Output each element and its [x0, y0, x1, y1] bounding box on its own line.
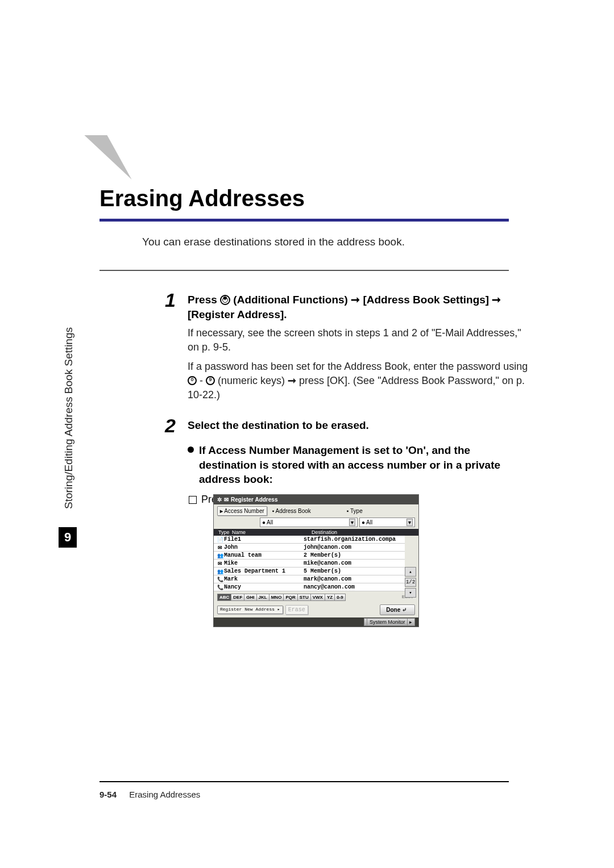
step-1: 1 Press (Additional Functions) ➞ [Addres…: [165, 293, 529, 402]
address-list[interactable]: 📄File1starfish.organization.compa✉Johnjo…: [214, 536, 405, 591]
chevron-down-icon: ▾: [349, 519, 355, 526]
address-row[interactable]: 📄File1starfish.organization.compa: [214, 536, 405, 544]
arrow-icon: ➞: [351, 294, 360, 306]
arrow-icon: ➞: [288, 375, 296, 386]
type-dropdown[interactable]: ● All ▾: [359, 518, 415, 527]
step-1-p2b: (numeric keys): [218, 375, 288, 386]
alpha-filter-row: ABCDEFGHIJKLMNOPQRSTUVWXYZ0-9Edit ▸: [214, 591, 418, 602]
type-label: Type: [350, 508, 363, 514]
address-row[interactable]: ✉Johnjohn@canon.com: [214, 544, 405, 552]
intro-text: You can erase destinations stored in the…: [142, 236, 405, 248]
address-row[interactable]: ✉Mikemike@canon.com: [214, 560, 405, 567]
step-2-heading: Select the destination to be erased.: [188, 418, 529, 433]
type-header: Type: [218, 529, 230, 535]
alpha-YZ[interactable]: YZ: [325, 594, 335, 601]
send-icon: ✉: [224, 496, 229, 503]
address-book-dropdown[interactable]: ● All ▾: [260, 518, 358, 527]
system-monitor-button[interactable]: System Monitor ▸: [364, 618, 415, 626]
destination-header: Destination: [312, 529, 337, 535]
step-1-head-seg2: [Address Book Settings]: [363, 294, 492, 306]
address-row[interactable]: 📞Markmark@canon.com: [214, 575, 405, 583]
heading-arrow-graphic: [84, 135, 131, 180]
step-2: 2 Select the destination to be erased. I…: [165, 418, 529, 506]
step-1-p2a: If a password has been set for the Addre…: [188, 361, 528, 372]
alpha-ABC[interactable]: ABC: [217, 594, 231, 601]
step-1-head-prefix: Press: [188, 294, 220, 306]
step-1-head-mid: (Additional Functions): [233, 294, 351, 306]
alpha-DEF[interactable]: DEF: [231, 594, 244, 601]
step-1-head-seg3: [Register Address].: [188, 308, 287, 320]
name-header: Name: [232, 529, 312, 535]
alpha-STU[interactable]: STU: [297, 594, 311, 601]
alpha-VWX[interactable]: VWX: [310, 594, 325, 601]
step-1-heading: Press (Additional Functions) ➞ [Address …: [188, 293, 529, 322]
numeric-key-9-icon: [206, 376, 215, 385]
page-indicator: 1/2: [405, 578, 416, 587]
mock-title: Register Address: [231, 496, 277, 503]
erase-button[interactable]: Erase: [285, 605, 308, 615]
access-number-button[interactable]: ▸ Access Number: [217, 506, 267, 516]
alpha-0-9[interactable]: 0-9: [334, 594, 346, 601]
heading-underline: [99, 219, 509, 222]
alpha-PQR[interactable]: PQR: [283, 594, 297, 601]
step-1-p2-dash: -: [200, 375, 206, 386]
chapter-number-badge: 9: [59, 527, 77, 548]
alpha-GHI[interactable]: GHI: [244, 594, 256, 601]
address-row[interactable]: 👥Sales Department 15 Member(s): [214, 567, 405, 575]
page-footer: 9-54 Erasing Addresses: [99, 790, 200, 799]
step-2-bullet: If Access Number Management is set to 'O…: [188, 443, 529, 487]
scroll-up-button[interactable]: ▴: [405, 567, 416, 577]
page-title: Erasing Addresses: [99, 186, 305, 211]
address-row[interactable]: 📞Nancynancy@canon.com: [214, 583, 405, 591]
step-2-number: 2: [165, 415, 176, 437]
alpha-MNO[interactable]: MNO: [269, 594, 284, 601]
footer-rule: [99, 781, 509, 782]
chapter-side-label: Storing/Editing Address Book Settings: [63, 327, 75, 509]
mock-titlebar: ✲ ✉ Register Address: [214, 495, 418, 504]
address-book-label: Address Book: [276, 508, 311, 514]
chevron-down-icon: ▾: [406, 519, 413, 526]
steps-top-rule: [99, 270, 509, 271]
af-star-icon: ✲: [217, 496, 222, 503]
step-1-number: 1: [165, 289, 176, 311]
numeric-key-0-icon: [188, 376, 197, 385]
step-1-paragraph-2: If a password has been set for the Addre…: [188, 360, 529, 403]
scroll-down-button[interactable]: ▾: [405, 588, 416, 598]
step-1-paragraph-1: If necessary, see the screen shots in st…: [188, 326, 529, 354]
footer-title: Erasing Addresses: [129, 790, 200, 799]
page-number: 9-54: [99, 790, 117, 799]
register-new-address-button[interactable]: Register New Address ▸: [217, 606, 283, 614]
additional-functions-icon: [220, 295, 230, 305]
done-button[interactable]: Done ⤶: [380, 604, 415, 615]
address-row[interactable]: 👥Manual team2 Member(s): [214, 552, 405, 560]
register-address-screenshot: ✲ ✉ Register Address ▸ Access Number ▪ A…: [213, 494, 419, 627]
arrow-icon: ➞: [492, 294, 501, 306]
alpha-JKL[interactable]: JKL: [256, 594, 269, 601]
